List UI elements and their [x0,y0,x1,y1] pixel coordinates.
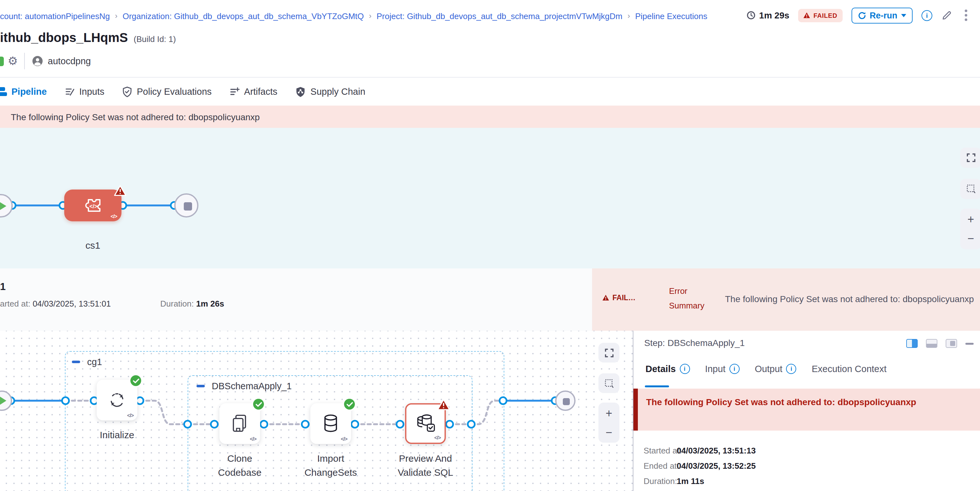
failed-badge-icon [437,399,450,411]
initialize-sync-icon [108,391,127,410]
details-info-icon[interactable]: i [679,364,690,374]
detail-value: 04/03/2025, 13:52:25 [677,461,867,470]
step-preview-validate-sql[interactable]: </> [405,403,446,444]
rerun-button[interactable]: Re-run [851,7,913,23]
tab-policy-evaluations[interactable]: Policy Evaluations [113,78,220,106]
execution-info-icon[interactable]: i [921,10,932,21]
tab-label: Inputs [79,86,104,97]
supply-chain-shield-icon [295,86,306,97]
zoom-out-button[interactable]: − [605,423,612,442]
layout-right-panel-icon[interactable] [906,339,918,348]
status-badge: FAILED [798,9,842,22]
step-import-changesets[interactable]: </> [310,403,351,444]
code-glyph: </> [111,214,117,219]
policy-warning-text: The following Policy Set was not adhered… [11,111,260,122]
rerun-label: Re-run [870,11,897,20]
code-glyph: </> [434,435,441,441]
step-error-banner: The following Policy Set was not adhered… [633,389,980,431]
custom-stage-icon: </> [84,197,103,215]
tab-label: Policy Evaluations [137,86,212,97]
zoom-controls: + − [598,403,619,443]
user-avatar-icon [32,56,43,66]
breadcrumb-separator: › [114,11,118,21]
breadcrumb-account[interactable]: count: automationPipelinesNg [0,11,110,21]
header-actions: 1m 29s FAILED Re-run i [746,7,971,24]
input-info-icon[interactable]: i [729,364,740,374]
success-badge-icon [344,399,355,410]
code-glyph: </> [341,436,347,442]
user-name: autocdpng [48,56,91,66]
status-label: FAILED [813,12,837,19]
panel-title: Step: DBSchemaApply_1 [644,338,745,348]
detail-label: Ended at: [644,461,679,470]
step-clone-codebase[interactable]: </> [220,403,260,444]
zoom-in-button[interactable]: + [605,404,612,423]
panel-tab-details[interactable]: Details i [646,364,690,374]
stage-error-summary: FAIL… Error Summary The following Policy… [592,269,980,331]
triggered-by-user: autocdpng [32,56,91,66]
tab-pipeline[interactable]: Pipeline [0,78,56,106]
panel-tab-label: Execution Context [812,364,886,374]
success-badge-icon [130,375,141,386]
marquee-select-button[interactable] [598,373,619,393]
chevron-down-icon [901,14,906,17]
breadcrumb-pipeline-executions[interactable]: Pipeline Executions [635,11,707,21]
step-details-panel: Step: DBSchemaApply_1 Details i Input i … [633,331,980,491]
success-badge-icon [253,399,264,410]
layout-floating-panel-icon[interactable] [946,339,957,348]
warning-icon [803,12,810,18]
view-tabs-bar: Pipeline Inputs Policy Evaluations Artif… [0,77,980,107]
build-id: (Build Id: 1) [134,34,176,44]
breadcrumb-organization[interactable]: Organization: Github_db_devops_aut_db_sc… [123,11,364,21]
detail-value: 1m 11s [677,477,867,486]
stage-end-node [174,193,199,218]
tab-inputs[interactable]: Inputs [56,78,113,106]
stage-graph-canvas[interactable]: </> </> cs1 + − [0,128,980,269]
expand-icon [966,153,976,163]
step-initialize[interactable]: </> [97,380,137,420]
breadcrumb-separator: › [627,11,630,21]
panel-tab-execution-context[interactable]: Execution Context [812,364,886,374]
fail-status-mini: FAIL… [602,294,636,302]
stage-started-at: arted at: 04/03/2025, 13:51:01 [0,299,111,308]
breadcrumb-project[interactable]: Project: Github_db_devops_aut_db_schema_… [377,11,622,21]
top-bar: count: automationPipelinesNg › Organizat… [0,0,980,28]
detail-row-started-at: Started at: 04/03/2025, 13:51:13 [644,446,682,455]
tab-supply-chain[interactable]: Supply Chain [286,78,374,106]
stage-node-cs1[interactable]: </> </> [64,189,121,221]
detail-label: Duration: [644,477,677,486]
marquee-icon [966,184,976,194]
inputs-icon [65,86,75,97]
minimize-panel-icon[interactable] [966,343,974,345]
panel-layout-switcher [906,339,974,348]
edit-pipeline-icon[interactable] [941,10,952,21]
panel-tab-output[interactable]: Output i [755,364,797,374]
stage-duration: Duration: 1m 26s [160,299,224,308]
execution-duration: 1m 29s [746,10,789,21]
stage-name: 1 [0,281,6,292]
more-options-icon[interactable] [961,8,971,22]
database-icon [321,413,340,434]
tab-label: Supply Chain [310,86,365,97]
fullscreen-button[interactable] [960,148,980,168]
stop-icon [563,398,570,405]
detail-label: Started at: [644,446,682,455]
marquee-select-button[interactable] [960,179,980,199]
panel-tab-input[interactable]: Input i [705,364,740,374]
tab-artifacts[interactable]: Artifacts [221,78,286,106]
zoom-controls: + − [960,209,980,249]
tab-label: Pipeline [11,86,47,97]
layout-bottom-panel-icon[interactable] [926,339,937,348]
fullscreen-button[interactable] [598,343,619,362]
step-label-clone-codebase: CloneCodebase [202,451,278,480]
output-info-icon[interactable]: i [786,364,797,374]
panel-tab-label: Input [705,364,725,374]
zoom-in-button[interactable]: + [967,210,974,229]
panel-tabs: Details i Input i Output i Execution Con… [646,364,886,374]
zoom-out-button[interactable]: − [967,229,974,248]
elapsed-time: 1m 29s [759,10,789,21]
gear-icon[interactable]: ⚙ [8,55,18,67]
pipeline-end-node [555,391,576,411]
artifacts-icon [229,86,240,97]
execution-graph-canvas[interactable]: cg1 DBSchemaApply_1 [0,331,633,491]
